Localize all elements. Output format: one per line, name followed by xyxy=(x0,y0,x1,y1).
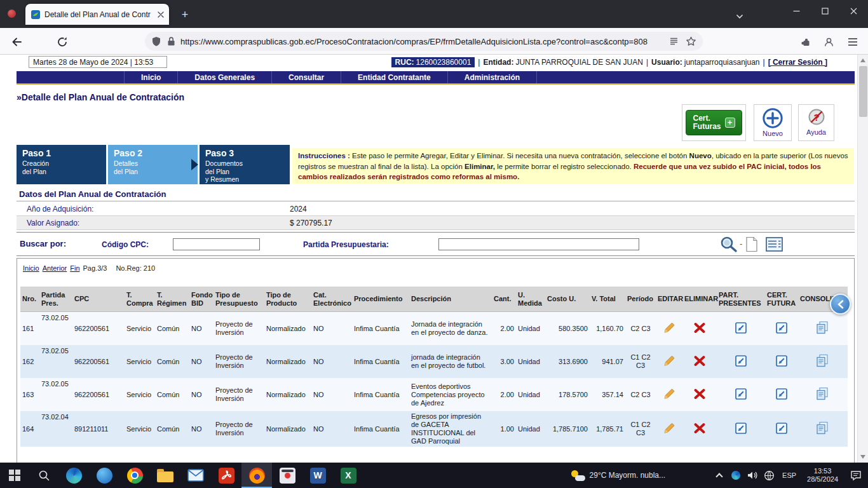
weather-widget[interactable]: 29°C Mayorm. nubla... xyxy=(571,463,666,488)
lock-icon[interactable] xyxy=(167,36,175,46)
part-presentes-button[interactable] xyxy=(717,353,765,370)
delete-button[interactable] xyxy=(682,422,717,437)
cert-futura-button[interactable] xyxy=(765,386,798,403)
step-paso-3[interactable]: Paso 3 Documentos del Plan y Resumen xyxy=(200,145,290,184)
table-cell: NO xyxy=(311,424,352,435)
part-presentes-button[interactable] xyxy=(717,421,765,438)
table-cell: 357.14 xyxy=(590,390,625,400)
cert-futura-button[interactable] xyxy=(765,421,798,438)
table-cell: NO xyxy=(189,356,214,367)
table-cell: Normalizado xyxy=(264,356,311,367)
page-scrollbar[interactable] xyxy=(857,55,868,463)
scroll-up-icon[interactable] xyxy=(860,58,865,62)
delete-button[interactable] xyxy=(682,322,717,336)
profile-avatar-icon[interactable] xyxy=(8,10,16,18)
edit-button[interactable] xyxy=(656,320,682,337)
session-bar: Martes 28 de Mayo de 2024 | 13:53 RUC:12… xyxy=(0,55,857,70)
part-presentes-button[interactable] xyxy=(717,386,765,403)
nav-consultar[interactable]: Consultar xyxy=(272,71,341,83)
cert-futuras-button[interactable]: Cert.Futuras + xyxy=(686,110,742,135)
delete-button[interactable] xyxy=(682,388,717,402)
floating-scroll-button[interactable] xyxy=(830,294,851,315)
back-button[interactable] xyxy=(8,34,25,50)
tray-edge-button[interactable] xyxy=(728,463,744,488)
volume-icon xyxy=(747,470,758,480)
step-paso-2[interactable]: Paso 2 Detalles del Plan xyxy=(108,145,198,184)
blue-app-icon xyxy=(97,468,112,484)
nuevo-button[interactable]: Nuevo xyxy=(754,104,792,141)
delete-button[interactable] xyxy=(682,355,717,369)
chevron-left-icon xyxy=(837,300,844,309)
consolidar-button[interactable] xyxy=(798,419,846,439)
edit-button[interactable] xyxy=(656,386,682,403)
table-cell: 962200561 xyxy=(72,390,125,400)
nav-administracion[interactable]: Administración xyxy=(448,71,537,83)
instructions-bold: Eliminar, xyxy=(465,163,495,170)
maximize-button[interactable] xyxy=(811,0,839,22)
minimize-button[interactable] xyxy=(782,0,811,22)
part-presentes-button[interactable] xyxy=(717,320,765,337)
consolidar-button[interactable] xyxy=(798,319,846,339)
taskbar-chrome-button[interactable] xyxy=(119,463,150,488)
account-button[interactable] xyxy=(820,34,837,50)
search-button[interactable] xyxy=(719,235,738,255)
taskbar-app-blue-button[interactable] xyxy=(89,463,119,488)
url-bar[interactable] xyxy=(145,32,703,51)
action-center-button[interactable] xyxy=(844,463,868,488)
nav-entidad-contratante[interactable]: Entidad Contratante xyxy=(341,71,448,83)
reload-button[interactable] xyxy=(53,34,71,50)
list-view-button[interactable] xyxy=(766,237,783,254)
step-paso-1[interactable]: Paso 1 Creación del Plan xyxy=(17,145,106,184)
table-cell: 1.00 xyxy=(492,424,516,435)
edit-button[interactable] xyxy=(656,353,682,370)
volume-button[interactable] xyxy=(744,463,761,488)
partida-input[interactable] xyxy=(438,238,639,250)
edit-button[interactable] xyxy=(656,421,682,438)
taskbar-search-button[interactable] xyxy=(29,463,58,488)
reader-mode-icon[interactable] xyxy=(669,37,679,46)
taskbar-file-explorer-button[interactable] xyxy=(150,463,180,488)
network-button[interactable] xyxy=(761,463,777,488)
extensions-button[interactable] xyxy=(797,34,815,50)
taskbar-excel-button[interactable]: X xyxy=(333,463,363,488)
taskbar-clock[interactable]: 13:53 28/5/2024 xyxy=(801,463,844,488)
taskbar-firefox-button[interactable] xyxy=(241,463,272,488)
new-tab-button[interactable]: + xyxy=(177,6,193,23)
cert-futura-button[interactable] xyxy=(765,320,798,337)
close-window-button[interactable] xyxy=(839,0,868,22)
taskbar-capture-button[interactable] xyxy=(272,463,302,488)
menu-button[interactable] xyxy=(844,34,862,50)
consolidar-button[interactable] xyxy=(798,385,846,405)
tab-list-chevron-icon[interactable] xyxy=(736,10,743,22)
document-button[interactable] xyxy=(745,236,758,255)
form-arrow-icon xyxy=(775,388,788,400)
url-input[interactable] xyxy=(180,37,664,46)
tracking-shield-icon[interactable] xyxy=(151,36,161,47)
logout-link[interactable]: [ Cerrar Sesión ] xyxy=(768,58,827,67)
hidden-icons-button[interactable] xyxy=(711,463,728,488)
tab-close-button[interactable] xyxy=(158,9,164,20)
taskbar-mail-button[interactable] xyxy=(180,463,211,488)
nav-inicio[interactable]: Inicio xyxy=(125,71,178,83)
scroll-down-icon[interactable] xyxy=(860,455,865,459)
taskbar-word-button[interactable]: W xyxy=(302,463,333,488)
separator: | xyxy=(763,58,765,67)
browser-tab[interactable]: Detalle del Plan Anual de Contr xyxy=(25,4,169,25)
cpc-input[interactable] xyxy=(173,238,260,250)
pagination-inicio[interactable]: Inicio xyxy=(23,264,39,272)
cert-futura-button[interactable] xyxy=(765,353,798,370)
consolidar-button[interactable] xyxy=(798,352,846,372)
language-indicator[interactable]: ESP xyxy=(777,463,801,488)
scrollbar-thumb[interactable] xyxy=(859,66,867,117)
entidad-label: Entidad: xyxy=(483,58,513,67)
ayuda-button[interactable]: ? Ayuda xyxy=(798,104,834,141)
table-cell: Egresos por impresión de GACETA INSTITUC… xyxy=(409,411,492,447)
taskbar-edge-button[interactable] xyxy=(58,463,89,488)
nav-datos-generales[interactable]: Datos Generales xyxy=(178,71,272,83)
tab-favicon-icon xyxy=(31,10,41,20)
taskbar-acrobat-button[interactable] xyxy=(211,463,241,488)
pagination-anterior[interactable]: Anterior xyxy=(43,264,67,272)
start-button[interactable] xyxy=(0,463,29,488)
bookmark-star-icon[interactable] xyxy=(686,36,696,46)
pagination-fin[interactable]: Fin xyxy=(70,264,79,272)
